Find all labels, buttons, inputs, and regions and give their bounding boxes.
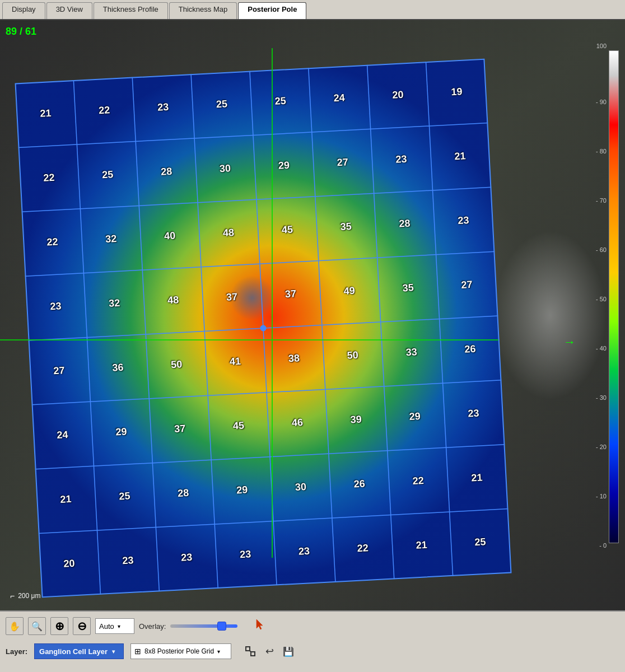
image-area[interactable]: 89 / 61: [0, 20, 625, 610]
cell-4-2: 50: [171, 358, 183, 371]
cell-7-0: 20: [63, 558, 75, 570]
cell-6-5: 26: [353, 478, 365, 490]
cell-7-4: 23: [298, 545, 310, 558]
cell-5-7: 23: [468, 408, 479, 420]
main-content: 89 / 61: [0, 20, 625, 672]
cell-1-5: 27: [337, 156, 348, 169]
layer-label: Layer:: [6, 647, 27, 656]
cell-5-5: 39: [350, 414, 362, 426]
zoom-out-icon: ⊖: [77, 619, 87, 633]
cell-0-4: 25: [274, 95, 286, 108]
cell-0-6: 20: [392, 89, 404, 101]
cell-3-6: 35: [402, 282, 414, 294]
tab-bar: Display 3D View Thickness Profile Thickn…: [0, 0, 625, 20]
cell-3-0: 23: [50, 300, 62, 312]
tab-posterior-pole[interactable]: Posterior Pole: [238, 2, 306, 19]
cell-1-1: 25: [102, 169, 114, 181]
zoom-out-button[interactable]: ⊖: [73, 617, 91, 635]
cell-5-4: 46: [291, 417, 303, 429]
layer-dropdown[interactable]: Ganglion Cell Layer ▾: [34, 643, 124, 659]
auto-dropdown[interactable]: Auto ▾: [95, 618, 134, 634]
cell-3-4: 37: [284, 288, 296, 300]
cell-4-4: 38: [288, 352, 300, 365]
grid-dropdown-arrow: ▾: [217, 648, 220, 655]
cell-4-5: 50: [347, 349, 358, 362]
layer-value: Ganglion Cell Layer: [39, 647, 108, 656]
color-scale: 100 - 90 - 80 - 70 - 60 - 50 - 40 - 30 -…: [599, 43, 615, 563]
tab-3dview[interactable]: 3D View: [46, 2, 92, 19]
grid-dropdown[interactable]: ⊞ 8x8 Posterior Pole Grid ▾: [130, 643, 231, 659]
toolbar: ✋ 🔍 ⊕ ⊖ Auto ▾ Overlay:: [0, 610, 625, 672]
scale-label-60: - 60: [596, 246, 607, 253]
cell-1-4: 29: [278, 160, 290, 172]
scale-label-0: - 0: [599, 542, 607, 549]
auto-dropdown-arrow: ▾: [118, 623, 120, 629]
scale-label-100: 100: [596, 43, 607, 49]
auto-label: Auto: [99, 622, 114, 631]
cell-2-6: 28: [399, 218, 411, 230]
scale-label-20: - 20: [596, 444, 607, 450]
save-icon: 💾: [283, 646, 294, 657]
cell-5-1: 29: [115, 426, 127, 438]
expand-icon-button[interactable]: [242, 643, 258, 659]
cell-7-2: 23: [181, 552, 193, 564]
cell-4-1: 36: [112, 362, 124, 374]
undo-button[interactable]: ↩: [262, 643, 277, 659]
hand-tool-button[interactable]: ✋: [6, 617, 24, 635]
tab-thickness-map[interactable]: Thickness Map: [169, 2, 237, 19]
layer-dropdown-arrow: ▾: [112, 648, 115, 655]
cell-7-5: 22: [357, 542, 369, 554]
scale-label-10: - 10: [596, 493, 607, 500]
green-arrow-right: →: [563, 335, 576, 349]
overlay-slider[interactable]: [170, 624, 237, 628]
zoom-tool-button[interactable]: 🔍: [28, 617, 46, 635]
cell-2-5: 35: [340, 221, 352, 233]
scale-label-40: - 40: [596, 345, 607, 352]
toolbar-row1: ✋ 🔍 ⊕ ⊖ Auto ▾ Overlay:: [6, 615, 619, 637]
color-scale-bar: [609, 50, 619, 543]
tab-thickness-profile[interactable]: Thickness Profile: [94, 2, 168, 19]
cell-1-6: 23: [395, 153, 407, 166]
cell-2-0: 22: [46, 236, 58, 248]
cell-0-2: 23: [157, 101, 169, 114]
cell-3-3: 37: [226, 291, 237, 304]
cell-4-0: 27: [53, 365, 65, 377]
cursor-tool-icon[interactable]: [253, 618, 267, 634]
zoom-in-icon: ⊕: [55, 619, 64, 633]
cell-3-5: 49: [343, 285, 355, 297]
tab-display[interactable]: Display: [2, 2, 45, 19]
cell-4-7: 26: [464, 343, 476, 356]
scale-bar-bracket: ⌐: [10, 591, 15, 600]
cell-1-3: 30: [219, 162, 231, 175]
heatmap-container: 21 22 23 25 25 24 20 19 22 25 28 30 29 2…: [15, 59, 512, 598]
frame-counter: 89 / 61: [6, 26, 36, 38]
scale-label-80: - 80: [596, 148, 607, 155]
cell-6-3: 29: [236, 484, 248, 496]
cell-6-2: 28: [178, 487, 189, 500]
scale-bar-label: 200 μm: [18, 592, 40, 600]
cell-7-6: 21: [416, 539, 427, 552]
cell-2-4: 45: [281, 224, 293, 236]
cell-2-3: 48: [222, 227, 234, 239]
cell-0-1: 22: [99, 104, 110, 116]
cell-3-2: 48: [167, 294, 179, 306]
save-button[interactable]: 💾: [281, 643, 296, 659]
crosshair-horizontal: [0, 339, 498, 340]
cell-2-2: 40: [164, 230, 176, 242]
cell-4-3: 41: [230, 356, 241, 368]
zoom-in-button[interactable]: ⊕: [50, 617, 68, 635]
svg-rect-15: [246, 647, 250, 651]
toolbar-row2: Layer: Ganglion Cell Layer ▾ ⊞ 8x8 Poste…: [6, 641, 619, 662]
cell-7-1: 23: [122, 554, 134, 567]
cell-5-2: 37: [174, 423, 186, 435]
bottom-icons: ↩ 💾: [242, 643, 296, 659]
cell-5-3: 45: [233, 420, 245, 432]
cell-0-7: 19: [451, 86, 463, 98]
hand-icon: ✋: [9, 621, 20, 632]
cell-6-0: 21: [60, 493, 72, 506]
crosshair-vertical: [272, 48, 273, 558]
cell-6-6: 22: [412, 475, 424, 487]
grid-icon: ⊞: [134, 647, 141, 656]
cell-3-1: 32: [109, 297, 120, 310]
grid-value: 8x8 Posterior Pole Grid: [144, 647, 214, 655]
